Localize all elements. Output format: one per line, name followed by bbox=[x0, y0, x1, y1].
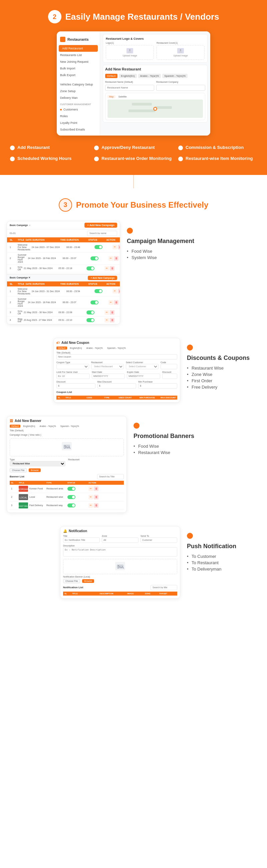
campaign2-row3-edit[interactable]: ✏ bbox=[104, 310, 109, 315]
banner-row3-toggle[interactable] bbox=[67, 503, 75, 507]
banner-type-select[interactable]: Restaurant Wise bbox=[10, 461, 65, 466]
add-campaign-btn-2[interactable]: + Add New Campaign bbox=[88, 276, 117, 280]
banner-lang-ar[interactable]: Arabic - %(ar)% bbox=[38, 425, 57, 428]
coupon-discount-input[interactable] bbox=[162, 374, 177, 379]
discounts-info-title: Discounts & Coupons bbox=[187, 354, 260, 362]
coupon-discount-row: Discount Max Discount Min Purchase bbox=[57, 380, 177, 389]
notif-choose-file[interactable]: Choose File bbox=[63, 579, 80, 583]
row1-del-btn[interactable]: 🗑 bbox=[118, 245, 120, 249]
campaign2-row1-edit[interactable]: ✏ bbox=[112, 289, 117, 293]
banner-lang-es[interactable]: Spanish - %(es)% bbox=[59, 425, 81, 428]
lang-tab-ar[interactable]: Arabic - %(ar)% bbox=[138, 74, 161, 78]
banner-row1-del[interactable]: 🗑 bbox=[94, 487, 98, 491]
coupon-maxdiscount-input[interactable] bbox=[97, 383, 136, 389]
row1-toggle[interactable] bbox=[95, 245, 102, 249]
banner-row2-toggle[interactable] bbox=[67, 495, 75, 499]
sidebar-item-bulk-import[interactable]: Bulk Import bbox=[57, 65, 100, 72]
banner-choose-file-btn[interactable]: Choose File bbox=[10, 468, 27, 472]
notification-block: Push Notification To Customer To Restaur… bbox=[7, 526, 260, 598]
coupon-code-input[interactable] bbox=[161, 364, 177, 369]
coupon-minpurchase-input[interactable] bbox=[138, 383, 177, 389]
row2-edit-btn[interactable]: ✏ bbox=[108, 256, 113, 261]
banner-row3-edit[interactable]: ✏ bbox=[89, 503, 93, 508]
coupon-start-input[interactable] bbox=[92, 374, 125, 379]
sidebar-item-restaurants-list[interactable]: Restaurants List bbox=[57, 52, 100, 58]
campaign2-row3-toggle[interactable] bbox=[87, 310, 95, 314]
row3-del-btn[interactable]: 🗑 bbox=[110, 266, 114, 271]
banner-upload-area[interactable] bbox=[10, 438, 124, 456]
row1-edit-btn[interactable]: ✏ bbox=[112, 245, 117, 249]
coupon-type-select[interactable] bbox=[57, 364, 89, 369]
notif-sendto-input[interactable] bbox=[140, 537, 177, 543]
campaign2-row4-del[interactable]: 🗑 bbox=[110, 318, 114, 322]
banner-row1-edit[interactable]: ✏ bbox=[89, 487, 93, 491]
notif-browse-btn[interactable]: Browse bbox=[82, 579, 94, 583]
coupon-lang-default[interactable]: Default bbox=[57, 346, 67, 349]
banner-row2-del[interactable]: 🗑 bbox=[94, 495, 98, 499]
notif-title-input[interactable] bbox=[63, 537, 100, 543]
banner-row3-del[interactable]: 🗑 bbox=[94, 503, 98, 508]
map-tab[interactable]: Map bbox=[107, 95, 115, 98]
campaign2-row3-del[interactable]: 🗑 bbox=[110, 310, 114, 315]
coupon-title-input[interactable] bbox=[57, 354, 177, 360]
add-campaign-btn[interactable]: + Add New Campaign bbox=[85, 223, 117, 228]
coupon-expire-input[interactable] bbox=[127, 374, 160, 379]
coupon-lang-es[interactable]: Spanish - %(es)% bbox=[105, 346, 128, 349]
campaign2-row2-edit[interactable]: ✏ bbox=[108, 300, 113, 305]
lang-tab-en[interactable]: English(En) bbox=[119, 74, 136, 78]
cover-upload-box[interactable]: Upload Image bbox=[157, 45, 205, 60]
coupon-lang-ar[interactable]: Arabic - %(ar)% bbox=[85, 346, 104, 349]
sidebar-item-subscribed-emails[interactable]: Subscribed Emails bbox=[57, 126, 100, 133]
coupon-limit-input[interactable] bbox=[57, 374, 90, 379]
notif-desc-textarea[interactable] bbox=[63, 547, 177, 557]
lang-tab-es[interactable]: Spanish - %(es)% bbox=[162, 74, 188, 78]
campaign2-row2-toggle[interactable] bbox=[91, 301, 98, 305]
satellite-tab[interactable]: Satellite bbox=[117, 95, 129, 98]
banner-row1-toggle[interactable] bbox=[67, 487, 75, 491]
banner-lang-en[interactable]: English(En) bbox=[21, 425, 37, 428]
sidebar-item-bulk-export[interactable]: Bulk Export bbox=[57, 72, 100, 79]
row3-toggle[interactable] bbox=[87, 267, 95, 271]
banner-row2-title-cell: LOCAL Local bbox=[19, 494, 45, 500]
notif-search-input[interactable] bbox=[151, 585, 177, 590]
lang-tab-default[interactable]: Default bbox=[105, 74, 118, 78]
row2-toggle[interactable] bbox=[91, 256, 98, 260]
campaign2-row4-toggle[interactable] bbox=[87, 318, 95, 322]
row3-edit-btn[interactable]: ✏ bbox=[104, 266, 109, 271]
restaurant-name-input[interactable] bbox=[105, 85, 154, 91]
basic-campaign-tab-label[interactable]: Basic Campaign bbox=[10, 224, 28, 226]
feature-scheduled-hours: Scheduled Working Hours bbox=[10, 156, 89, 162]
sidebar-item-roles[interactable]: Roles bbox=[57, 113, 100, 120]
logo-upload-box[interactable]: Upload Image bbox=[106, 45, 154, 60]
coupon-customer-select[interactable]: Select Customer bbox=[126, 364, 159, 369]
campaign-search-input[interactable] bbox=[87, 231, 117, 236]
notif-upload-area[interactable] bbox=[63, 559, 177, 574]
sidebar-item-vehicles-category[interactable]: Vehicles Category Setup bbox=[57, 81, 100, 88]
notif-zone-input[interactable] bbox=[102, 537, 138, 543]
banner-row2-edit[interactable]: ✏ bbox=[89, 495, 93, 499]
coupon-restaurant-select[interactable]: Select Restaurant bbox=[91, 364, 124, 369]
campaign2-row2-del[interactable]: 🗑 bbox=[114, 300, 119, 305]
coupon-ui-mockup: 🏷 Add New Coupon Default English(En) Ara… bbox=[54, 338, 180, 403]
campaign-feature-2: System Wise bbox=[127, 254, 200, 261]
banner-browse-btn[interactable]: Browse bbox=[29, 468, 40, 472]
sidebar-item-delivery-man[interactable]: Delivery Man bbox=[57, 94, 100, 101]
campaign2-row4-edit[interactable]: ✏ bbox=[104, 318, 109, 322]
campaign-close[interactable]: x bbox=[29, 224, 30, 226]
sidebar-item-loyalty-point[interactable]: Loyalty Point bbox=[57, 120, 100, 126]
coupon-lang-en[interactable]: English(En) bbox=[68, 346, 84, 349]
coupon-discount2-input[interactable] bbox=[57, 383, 95, 389]
coupon-type-label: Coupon Type bbox=[57, 361, 89, 364]
banner-search-input[interactable] bbox=[97, 474, 124, 479]
row2-del-btn[interactable]: 🗑 bbox=[114, 256, 119, 261]
sidebar-item-zone-setup[interactable]: Zone Setup bbox=[57, 88, 100, 94]
sidebar-item-joining-request[interactable]: New Joining Request bbox=[57, 58, 100, 65]
banner-lang-default[interactable]: Default bbox=[10, 425, 20, 428]
banners-info-dot bbox=[133, 423, 139, 429]
campaign2-row1-toggle[interactable] bbox=[95, 289, 102, 293]
sidebar-item-add-restaurant[interactable]: Add Restaurant bbox=[59, 45, 98, 52]
restaurant-company-input[interactable] bbox=[156, 85, 205, 91]
restaurant-company-label: Restaurant Company bbox=[156, 81, 205, 83]
campaign2-row1-del[interactable]: 🗑 bbox=[118, 289, 120, 293]
sidebar-item-customers[interactable]: Customers bbox=[57, 106, 100, 113]
